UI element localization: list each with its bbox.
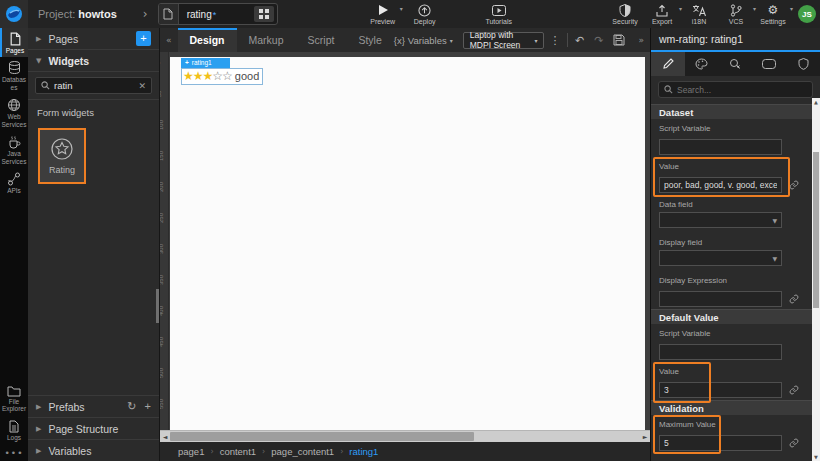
scroll-left-icon[interactable]: ◄ xyxy=(160,431,170,442)
properties-scrollbar[interactable]: ▲ ▼ xyxy=(812,98,820,461)
sidebar-item-web-services[interactable]: Web Services xyxy=(0,94,28,131)
sidebar-item-logs[interactable]: Logs xyxy=(0,416,28,444)
rating-widget-tile[interactable]: Rating xyxy=(38,128,86,184)
move-handle-icon: + xyxy=(185,59,189,66)
globe-icon xyxy=(7,98,21,112)
section-default-value: Default Value xyxy=(651,309,812,324)
field-display-expression: Display Expression xyxy=(651,271,812,309)
folder-icon xyxy=(7,385,21,397)
breadcrumb-rating1[interactable]: rating1 xyxy=(349,446,378,457)
page-file-icon xyxy=(159,4,179,24)
display-expression-input[interactable] xyxy=(659,291,782,307)
scroll-down-icon[interactable]: ▼ xyxy=(812,453,820,461)
clear-search-icon[interactable]: ✕ xyxy=(138,81,146,91)
export-icon xyxy=(656,4,668,18)
script-variable-input[interactable] xyxy=(659,139,782,155)
pages-section-header[interactable]: ▶ Pages + xyxy=(28,28,159,50)
dataset-value-input[interactable] xyxy=(659,177,782,193)
bind-property-icon[interactable] xyxy=(789,180,799,190)
kebab-menu-icon[interactable]: ⋮ xyxy=(544,34,565,47)
main-nav-sidebar: Pages Databases Web Services Java Servic… xyxy=(0,28,28,461)
default-value-input[interactable] xyxy=(659,382,782,398)
prefabs-section-header[interactable]: ▶ Prefabs ↻ + xyxy=(28,395,159,417)
preview-button[interactable]: Preview ▾ xyxy=(366,0,400,28)
database-icon xyxy=(8,61,21,75)
undo-icon[interactable]: ↶ xyxy=(570,34,589,47)
display-field-select[interactable]: ▼ xyxy=(659,250,782,266)
wavemaker-logo[interactable] xyxy=(0,0,28,28)
sidebar-item-databases[interactable]: Databases xyxy=(0,57,28,94)
sidebar-item-java-services[interactable]: Java Services xyxy=(0,131,28,168)
rating-caption: good xyxy=(235,70,259,82)
tab-markup[interactable]: Markup xyxy=(237,28,296,52)
tab-design[interactable]: Design xyxy=(178,28,237,52)
scroll-right-icon[interactable]: ► xyxy=(640,431,650,442)
widgets-section-header[interactable]: ▼ Widgets xyxy=(28,50,159,72)
bind-property-icon[interactable] xyxy=(789,385,799,395)
sidebar-item-file-explorer[interactable]: File Explorer xyxy=(0,381,28,416)
section-validation: Validation xyxy=(651,400,812,415)
refresh-icon[interactable]: ↻ xyxy=(127,400,136,413)
user-avatar[interactable]: JS xyxy=(798,5,816,23)
variables-button[interactable]: {x} Variables ▾ xyxy=(394,35,453,46)
tab-mobile[interactable] xyxy=(752,52,786,76)
scroll-up-icon[interactable]: ▲ xyxy=(812,98,820,106)
widget-search-input[interactable] xyxy=(54,80,134,91)
more-options-icon[interactable]: ••• xyxy=(0,444,28,461)
panel-title: wm-rating: rating1 xyxy=(659,33,743,45)
sidebar-item-apis[interactable]: APIs xyxy=(0,168,28,197)
variables-section-header[interactable]: ▶ Variables xyxy=(28,439,159,461)
field-default-value: Value xyxy=(651,362,812,400)
pages-widgets-panel: ▶ Pages + ▼ Widgets ✕ Form widgets Ratin… xyxy=(28,28,160,461)
redo-icon[interactable]: ↷ xyxy=(589,34,608,47)
section-dataset: Dataset xyxy=(651,104,812,119)
device-selector[interactable]: Laptop with MDPI Screen ▾ xyxy=(463,32,545,49)
coffee-cup-icon xyxy=(7,135,21,149)
tab-styles[interactable] xyxy=(685,52,719,76)
sidebar-item-pages[interactable]: Pages xyxy=(0,28,28,57)
chevron-right-icon: › xyxy=(340,447,343,456)
properties-search-container xyxy=(651,76,820,104)
breadcrumb-content1[interactable]: content1 xyxy=(220,446,256,457)
field-script-variable-default: Script Variable xyxy=(651,324,812,362)
security-button[interactable]: Security xyxy=(608,0,642,28)
vertical-scroll-thumb[interactable] xyxy=(813,152,819,308)
script-variable-input[interactable] xyxy=(659,344,782,360)
tab-script[interactable]: Script xyxy=(296,28,347,52)
save-icon[interactable] xyxy=(608,34,630,46)
logs-icon xyxy=(8,420,20,433)
data-field-select[interactable]: ▼ xyxy=(659,212,782,228)
properties-search-input[interactable] xyxy=(677,85,807,95)
bind-property-icon[interactable] xyxy=(789,438,799,448)
horizontal-scroll-thumb[interactable] xyxy=(170,432,474,441)
pages-grid-icon[interactable] xyxy=(254,6,274,22)
add-prefab-button[interactable]: + xyxy=(145,400,151,413)
i18n-button[interactable]: i18N xyxy=(682,0,716,28)
tab-style[interactable]: Style xyxy=(346,28,393,52)
page-structure-section-header[interactable]: ▶ Page Structure xyxy=(28,417,159,439)
selected-widget-tag[interactable]: +rating1 xyxy=(181,58,230,68)
maximum-value-input[interactable] xyxy=(659,435,782,451)
collapse-left-panel-icon[interactable]: « xyxy=(160,35,178,45)
rating-widget-preview[interactable]: ★★★ ☆☆ good xyxy=(181,68,263,85)
settings-button[interactable]: ⚙ Settings ▾ xyxy=(756,0,790,28)
add-page-button[interactable]: + xyxy=(136,31,151,46)
open-page-tab[interactable]: rating* xyxy=(158,3,278,25)
properties-list: Dataset Script Variable Value Data field… xyxy=(651,104,812,461)
tutorials-button[interactable]: Tutorials xyxy=(482,0,516,28)
breadcrumb-page1[interactable]: page1 xyxy=(178,446,204,457)
field-data-field: Data field ▼ xyxy=(651,195,812,233)
leftpanel-scrollbar[interactable] xyxy=(156,289,159,323)
deploy-button[interactable]: Deploy xyxy=(408,0,442,28)
tab-events[interactable] xyxy=(719,52,753,76)
vcs-button[interactable]: VCS ▾ xyxy=(719,0,753,28)
breadcrumb-page-content1[interactable]: page_content1 xyxy=(271,446,334,457)
canvas-horizontal-scrollbar[interactable]: ◄ ► xyxy=(160,430,650,442)
export-button[interactable]: Export ▾ xyxy=(645,0,679,28)
design-canvas[interactable]: +rating1 ★★★ ☆☆ good xyxy=(170,57,645,430)
collapse-right-panel-icon[interactable]: » xyxy=(632,35,650,45)
tab-security[interactable] xyxy=(786,52,820,76)
widget-group-label: Form widgets xyxy=(28,100,159,122)
tab-properties[interactable] xyxy=(651,52,685,76)
bind-property-icon[interactable] xyxy=(789,294,799,304)
